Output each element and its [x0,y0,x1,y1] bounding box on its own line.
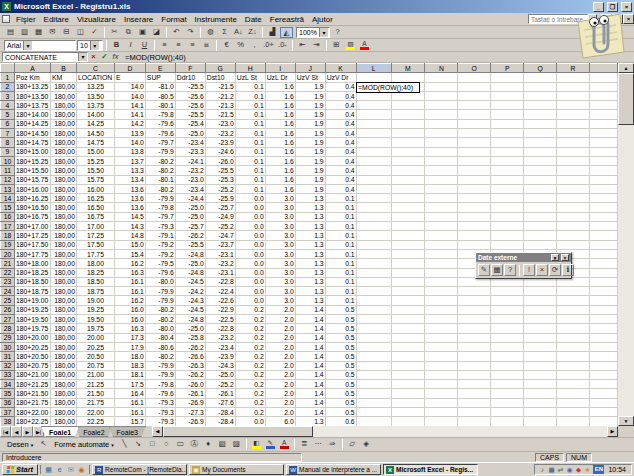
cell[interactable] [425,268,458,277]
cell[interactable]: 180+13.50 [14,91,50,100]
cell[interactable] [524,138,557,147]
cell[interactable] [557,110,590,119]
cell[interactable] [491,129,524,138]
cell[interactable]: 1.6 [265,101,295,110]
cell[interactable]: -79.2 [145,249,175,258]
cell[interactable]: 1.4 [295,342,325,351]
cell[interactable] [589,240,617,249]
cell[interactable] [524,361,557,370]
scroll-up-icon[interactable]: ▲ [618,63,634,73]
cell[interactable] [589,324,617,333]
query-parameters-icon[interactable]: ? [504,264,516,276]
cell[interactable]: 3.0 [265,296,295,305]
taskbar-button-my-documents[interactable]: ▣My Documents [189,464,284,475]
cell[interactable]: -79.7 [145,212,175,221]
cell[interactable] [524,203,557,212]
comma-icon[interactable]: , [248,40,261,51]
cell[interactable] [425,82,458,91]
cell[interactable]: -80.4 [145,333,175,342]
cell[interactable]: 0.4 [325,166,356,175]
cell[interactable]: -80.1 [145,175,175,184]
cell[interactable]: -24.8 [175,315,205,324]
cell[interactable]: 16.25 [76,194,114,203]
cell[interactable]: 18.0 [114,352,145,361]
cell[interactable]: -81.0 [145,82,175,91]
cell[interactable]: 180,00 [50,315,76,324]
cell[interactable]: 180+16.50 [14,203,50,212]
cell[interactable]: 13.6 [114,203,145,212]
cell[interactable]: 19.75 [76,324,114,333]
menu-date[interactable]: Date [241,15,266,24]
cell[interactable]: -79.8 [145,203,175,212]
cell[interactable]: 1.3 [295,231,325,240]
cell[interactable]: 3.0 [265,259,295,268]
row-header-34[interactable]: 34 [1,380,15,389]
cell[interactable]: 180+14.25 [14,119,50,128]
cell[interactable] [356,333,391,342]
cell[interactable]: 180+17.00 [14,222,50,231]
cell[interactable] [491,166,524,175]
cell[interactable] [458,324,491,333]
cell[interactable] [589,166,617,175]
cell[interactable] [589,231,617,240]
refresh-status-icon[interactable]: ℹ [562,264,574,276]
align-right-icon[interactable]: ≡ [186,40,199,51]
cell[interactable]: -26.2 [175,342,205,351]
row-header-36[interactable]: 36 [1,398,15,407]
cell[interactable]: 0.4 [325,175,356,184]
select-all-button[interactable] [1,64,15,73]
cell[interactable]: 180,00 [50,370,76,379]
cell[interactable] [557,222,590,231]
cell[interactable]: 180,00 [50,231,76,240]
active-cell-L2-edit[interactable]: =MOD(ROW();40) [356,82,420,93]
cell[interactable] [589,370,617,379]
cell[interactable]: 0.1 [325,212,356,221]
cell[interactable] [425,380,458,389]
cell[interactable]: 0.0 [235,296,265,305]
cell[interactable] [524,101,557,110]
cell[interactable] [458,156,491,165]
row-header-14[interactable]: 14 [1,194,15,203]
cell[interactable]: 180,00 [50,101,76,110]
cell[interactable]: 0.0 [235,287,265,296]
cell[interactable]: -23.4 [175,184,205,193]
start-button[interactable]: Start [2,464,38,475]
cell[interactable]: 16.0 [114,315,145,324]
cell[interactable] [391,184,425,193]
cell[interactable]: 0.1 [325,194,356,203]
cell[interactable]: 20.25 [76,342,114,351]
merge-center-icon[interactable]: ⧈ [200,40,213,51]
cell[interactable]: 180+16.75 [14,212,50,221]
decrease-decimal-icon[interactable]: .0- [276,40,289,51]
cell[interactable]: -22.4 [205,287,235,296]
row-header-18[interactable]: 18 [1,231,15,240]
cell[interactable] [356,296,391,305]
cell[interactable] [557,156,590,165]
cell[interactable] [356,380,391,389]
cell[interactable] [356,184,391,193]
cell[interactable] [391,361,425,370]
cell[interactable] [524,296,557,305]
cell[interactable]: -25.3 [205,175,235,184]
cell[interactable]: -79.9 [145,361,175,370]
sheet-tab-foaie3[interactable]: Foaie3 [109,426,146,437]
insert-hyperlink-icon[interactable]: ◍ [204,27,217,38]
cell[interactable] [356,398,391,407]
cell[interactable]: 16.75 [76,212,114,221]
edit-query-icon[interactable]: ✎ [478,264,490,276]
cell[interactable] [491,352,524,361]
row-header-35[interactable]: 35 [1,389,15,398]
cell[interactable] [491,380,524,389]
underline-button[interactable]: U [138,40,151,51]
cell[interactable] [425,156,458,165]
cell[interactable]: 1.6 [265,147,295,156]
cell[interactable] [425,296,458,305]
cell[interactable] [589,259,617,268]
cell[interactable]: 180+19.50 [14,315,50,324]
cell[interactable]: 180,00 [50,203,76,212]
horizontal-scroll-thumb[interactable] [163,426,313,437]
cell[interactable] [491,91,524,100]
cell[interactable]: 0.0 [235,249,265,258]
scheduler-icon[interactable]: ★ [583,465,591,475]
cell[interactable]: 3.0 [265,203,295,212]
